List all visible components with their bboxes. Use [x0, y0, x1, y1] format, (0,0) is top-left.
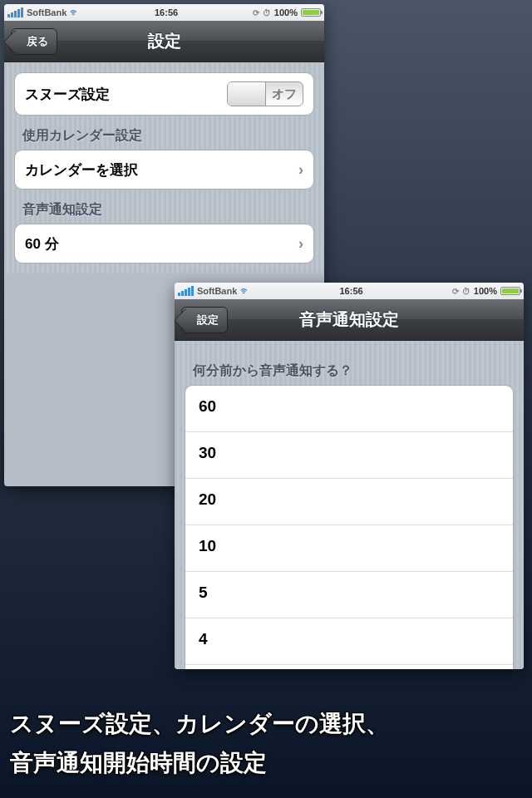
list-item[interactable]: 20 — [185, 479, 513, 525]
list-item[interactable]: 3 — [185, 665, 513, 669]
lock-icon: ⟳ — [253, 8, 259, 17]
calendar-section-header: 使用カレンダー設定 — [14, 116, 314, 150]
voice-section-header: 音声通知設定 — [14, 190, 314, 224]
back-button[interactable]: 戻る — [11, 28, 57, 55]
nav-bar: 設定 音声通知設定 — [175, 299, 524, 341]
status-time: 16:56 — [250, 286, 452, 296]
wifi-icon: ᯤ — [70, 7, 80, 18]
voice-notify-screen: SoftBank ᯤ 16:56 ⟳ ⏱ 100% 設定 音声通知設定 何分前か… — [175, 283, 524, 669]
settings-content: スヌーズ設定 オフ 使用カレンダー設定 カレンダーを選択 › 音声通知設定 60… — [4, 62, 324, 273]
list-item[interactable]: 4 — [185, 618, 513, 665]
signal-icon — [178, 286, 194, 296]
voice-prompt: 何分前から音声通知する？ — [185, 351, 514, 385]
snooze-label: スヌーズ設定 — [25, 85, 110, 104]
carrier-label: SoftBank — [197, 286, 237, 296]
status-bar: SoftBank ᯤ 16:56 ⟳ ⏱ 100% — [175, 283, 524, 299]
chevron-right-icon: › — [298, 235, 303, 253]
status-time: 16:56 — [80, 7, 253, 17]
battery-icon — [301, 8, 321, 17]
list-item[interactable]: 5 — [185, 572, 513, 618]
minutes-list: 60 30 20 10 5 4 3 — [185, 385, 514, 669]
alarm-icon: ⏱ — [462, 287, 470, 296]
promo-caption: スヌーズ設定、カレンダーの選択、 音声通知開始時間の設定 — [10, 704, 522, 783]
status-bar: SoftBank ᯤ 16:56 ⟳ ⏱ 100% — [4, 4, 324, 21]
list-item[interactable]: 60 — [185, 386, 513, 432]
snooze-toggle[interactable]: オフ — [227, 81, 303, 106]
caption-line-2: 音声通知開始時間の設定 — [10, 743, 522, 783]
battery-icon — [500, 287, 520, 295]
voice-content: 何分前から音声通知する？ 60 30 20 10 5 4 3 — [175, 341, 524, 669]
caption-line-1: スヌーズ設定、カレンダーの選択、 — [10, 704, 522, 744]
alarm-icon: ⏱ — [263, 8, 271, 17]
list-item[interactable]: 10 — [185, 525, 513, 572]
battery-percent: 100% — [474, 286, 497, 296]
chevron-right-icon: › — [298, 161, 303, 179]
signal-icon — [7, 7, 23, 17]
toggle-state: オフ — [266, 82, 303, 106]
snooze-row[interactable]: スヌーズ設定 オフ — [15, 73, 313, 115]
carrier-label: SoftBank — [27, 7, 66, 17]
calendar-select-row[interactable]: カレンダーを選択 › — [15, 150, 313, 189]
voice-duration-row[interactable]: 60 分 › — [15, 224, 313, 263]
calendar-label: カレンダーを選択 — [25, 160, 138, 180]
voice-value: 60 分 — [25, 234, 59, 254]
nav-bar: 戻る 設定 — [4, 21, 324, 62]
toggle-knob — [228, 82, 266, 106]
back-button[interactable]: 設定 — [181, 307, 228, 333]
list-item[interactable]: 30 — [185, 432, 513, 479]
battery-percent: 100% — [274, 7, 298, 17]
lock-icon: ⟳ — [452, 287, 459, 296]
wifi-icon: ᯤ — [240, 285, 250, 297]
